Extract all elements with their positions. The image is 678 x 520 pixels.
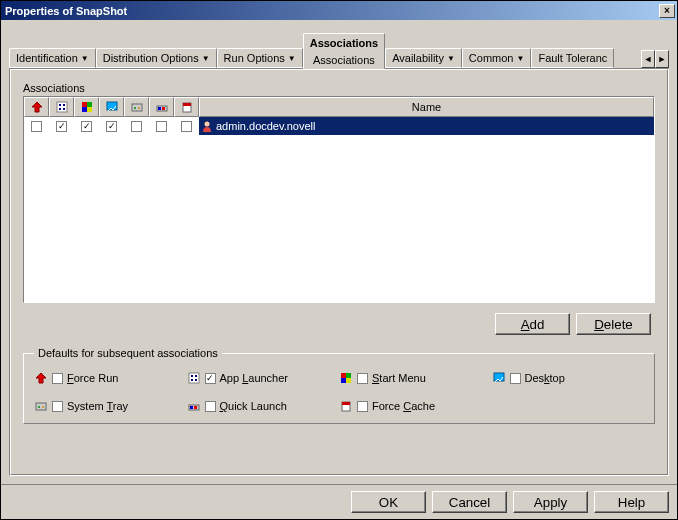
- svg-rect-7: [87, 102, 92, 107]
- svg-rect-26: [341, 373, 346, 378]
- svg-rect-1: [57, 102, 67, 112]
- apply-button[interactable]: Apply: [513, 491, 588, 513]
- grid-header: Name: [24, 97, 654, 117]
- close-button[interactable]: ×: [659, 4, 675, 18]
- cancel-button[interactable]: Cancel: [432, 491, 507, 513]
- svg-rect-24: [191, 379, 193, 381]
- svg-rect-5: [63, 108, 65, 110]
- svg-point-32: [38, 406, 40, 408]
- default-start-menu: Start Menu: [339, 371, 492, 385]
- desktop-icon: [105, 100, 119, 114]
- tab-scroll-right[interactable]: ►: [655, 50, 669, 68]
- window-title: Properties of SnapShot: [5, 5, 659, 17]
- svg-rect-18: [183, 103, 191, 106]
- add-button[interactable]: Add: [495, 313, 570, 335]
- svg-rect-6: [82, 102, 87, 107]
- app-launcher-icon: [187, 371, 201, 385]
- tab-strip: Identification▼ Distribution Options▼ Ru…: [9, 30, 669, 68]
- force-cache-checkbox[interactable]: [357, 401, 368, 412]
- dropdown-arrow-icon: ▼: [202, 54, 210, 63]
- default-desktop: Desktop: [492, 371, 645, 385]
- svg-marker-20: [36, 373, 46, 383]
- defaults-group: Defaults for subsequent associations For…: [23, 347, 655, 424]
- svg-rect-8: [82, 107, 87, 112]
- check-desktop[interactable]: ✓: [106, 121, 117, 132]
- col-quick-launch[interactable]: [149, 97, 174, 117]
- svg-rect-35: [190, 406, 193, 409]
- col-force-run[interactable]: [24, 97, 49, 117]
- svg-rect-2: [59, 104, 61, 106]
- dialog-footer: OK Cancel Apply Help: [1, 484, 677, 519]
- tab-distribution-options[interactable]: Distribution Options▼: [96, 48, 217, 68]
- start-menu-icon: [80, 100, 94, 114]
- col-force-cache[interactable]: [174, 97, 199, 117]
- dropdown-arrow-icon: ▼: [81, 54, 89, 63]
- svg-rect-4: [59, 108, 61, 110]
- col-start-menu[interactable]: [74, 97, 99, 117]
- check-start-menu[interactable]: ✓: [81, 121, 92, 132]
- system-tray-icon: [34, 399, 48, 413]
- tab-run-options[interactable]: Run Options▼: [217, 48, 303, 68]
- col-app-launcher[interactable]: [49, 97, 74, 117]
- svg-rect-29: [346, 378, 351, 383]
- default-system-tray: System Tray: [34, 399, 187, 413]
- tab-scroll-left[interactable]: ◄: [641, 50, 655, 68]
- force-run-icon: [30, 100, 44, 114]
- svg-rect-15: [158, 107, 161, 110]
- desktop-icon: [492, 371, 506, 385]
- help-button[interactable]: Help: [594, 491, 669, 513]
- delete-button[interactable]: Delete: [576, 313, 651, 335]
- default-force-cache: Force Cache: [339, 399, 492, 413]
- app-launcher-checkbox[interactable]: ✓: [205, 373, 216, 384]
- default-app-launcher: ✓ App Launcher: [187, 371, 340, 385]
- dropdown-arrow-icon: ▼: [447, 54, 455, 63]
- svg-marker-0: [32, 102, 42, 112]
- svg-rect-28: [341, 378, 346, 383]
- quick-launch-checkbox[interactable]: [205, 401, 216, 412]
- col-desktop[interactable]: [99, 97, 124, 117]
- svg-rect-3: [63, 104, 65, 106]
- tab-associations[interactable]: Associations Associations: [303, 33, 385, 69]
- tab-identification[interactable]: Identification▼: [9, 48, 96, 68]
- defaults-legend: Defaults for subsequent associations: [34, 347, 222, 359]
- table-row[interactable]: ✓ ✓ ✓ admin.docdev.novell: [24, 117, 654, 135]
- dropdown-arrow-icon: ▼: [516, 54, 524, 63]
- row-name-cell[interactable]: admin.docdev.novell: [199, 117, 654, 135]
- associations-grid: Name ✓ ✓ ✓ admin.docdev.novell: [23, 96, 655, 303]
- tab-availability[interactable]: Availability▼: [385, 48, 462, 68]
- check-app-launcher[interactable]: ✓: [56, 121, 67, 132]
- force-run-checkbox[interactable]: [52, 373, 63, 384]
- svg-rect-25: [195, 379, 197, 381]
- quick-launch-icon: [187, 399, 201, 413]
- ok-button[interactable]: OK: [351, 491, 426, 513]
- force-run-icon: [34, 371, 48, 385]
- start-menu-icon: [339, 371, 353, 385]
- start-menu-checkbox[interactable]: [357, 373, 368, 384]
- check-force-run[interactable]: [31, 121, 42, 132]
- tab-fault-tolerance[interactable]: Fault Toleranc: [531, 48, 614, 68]
- svg-rect-16: [162, 107, 165, 110]
- svg-point-12: [134, 107, 136, 109]
- check-force-cache[interactable]: [181, 121, 192, 132]
- svg-rect-11: [132, 104, 142, 111]
- svg-rect-31: [36, 403, 46, 410]
- default-force-run: Force Run: [34, 371, 187, 385]
- force-cache-icon: [339, 399, 353, 413]
- svg-rect-23: [195, 375, 197, 377]
- check-quick-launch[interactable]: [156, 121, 167, 132]
- system-tray-checkbox[interactable]: [52, 401, 63, 412]
- svg-rect-36: [194, 406, 197, 409]
- grid-body[interactable]: ✓ ✓ ✓ admin.docdev.novell: [24, 117, 654, 302]
- app-launcher-icon: [55, 100, 69, 114]
- svg-rect-22: [191, 375, 193, 377]
- svg-rect-21: [189, 373, 199, 383]
- check-system-tray[interactable]: [131, 121, 142, 132]
- default-quick-launch: Quick Launch: [187, 399, 340, 413]
- col-system-tray[interactable]: [124, 97, 149, 117]
- svg-point-13: [138, 107, 140, 109]
- tab-common[interactable]: Common▼: [462, 48, 532, 68]
- col-name[interactable]: Name: [199, 97, 654, 117]
- quick-launch-icon: [155, 100, 169, 114]
- svg-rect-27: [346, 373, 351, 378]
- desktop-checkbox[interactable]: [510, 373, 521, 384]
